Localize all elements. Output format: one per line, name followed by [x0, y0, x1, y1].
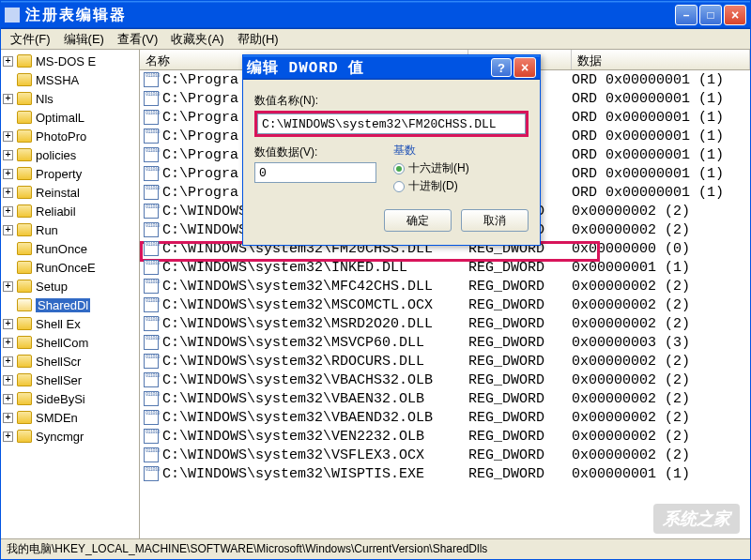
value-name-input[interactable]	[257, 114, 526, 134]
minimize-button[interactable]: –	[675, 5, 697, 25]
tree-item[interactable]: +policies	[1, 145, 139, 164]
row-data: 0x00000003 (3)	[572, 335, 750, 351]
expand-icon[interactable]: +	[3, 281, 13, 292]
row-type: REG_DWORD	[468, 447, 572, 463]
value-data-input[interactable]	[254, 162, 376, 183]
list-row[interactable]: C:\WINDOWS\system32\VSFLEX3.OCXREG_DWORD…	[140, 446, 750, 464]
tree-item[interactable]: RunOnce	[1, 239, 139, 258]
radio-dec[interactable]: 十进制(D)	[393, 178, 469, 194]
reg-value-icon	[144, 110, 159, 125]
folder-icon	[17, 167, 32, 180]
radio-hex[interactable]: 十六进制(H)	[393, 160, 469, 176]
tree-item[interactable]: MSSHA	[1, 70, 139, 89]
tree-item[interactable]: +ShellScr	[1, 352, 139, 371]
folder-icon	[17, 280, 32, 293]
row-name: C:\WINDOWS\system32\MFC42CHS.DLL	[162, 279, 468, 295]
close-button[interactable]: ×	[724, 5, 746, 25]
list-row[interactable]: C:\WINDOWS\system32\MSVCP60.DLLREG_DWORD…	[140, 333, 750, 352]
tree-label: Syncmgr	[36, 430, 84, 444]
expand-icon[interactable]: +	[3, 56, 13, 67]
list-row[interactable]: C:\WINDOWS\system32\INKED.DLLREG_DWORD0x…	[140, 258, 750, 277]
expand-icon[interactable]: +	[3, 319, 13, 329]
list-row[interactable]: C:\WINDOWS\system32\VBACHS32.OLBREG_DWOR…	[140, 371, 750, 389]
menu-help[interactable]: 帮助(H)	[232, 29, 284, 50]
tree-item[interactable]: RunOnceE	[1, 258, 139, 277]
col-data[interactable]: 数据	[572, 50, 750, 69]
tree-item[interactable]: OptimalL	[1, 108, 139, 127]
dialog-titlebar[interactable]: 编辑 DWORD 值 ? ×	[243, 55, 540, 80]
tree-item[interactable]: +ShellSer	[1, 371, 139, 389]
tree-item[interactable]: +SideBySi	[1, 389, 139, 408]
tree-panel[interactable]: +MS-DOS EMSSHA+NlsOptimalL+PhotoPro+poli…	[1, 50, 140, 538]
tree-item[interactable]: +Nls	[1, 89, 139, 108]
base-label: 基数	[393, 143, 469, 159]
list-row[interactable]: C:\WINDOWS\system32\VBAEND32.OLBREG_DWOR…	[140, 408, 750, 427]
row-data: 0x00000002 (2)	[572, 429, 750, 445]
expand-icon[interactable]: +	[3, 225, 13, 235]
tree-item[interactable]: SharedDl	[1, 295, 139, 314]
folder-icon	[17, 430, 32, 443]
row-data: 0x00000002 (2)	[572, 447, 750, 463]
tree-item[interactable]: +Setup	[1, 277, 139, 295]
expand-icon[interactable]: +	[3, 356, 13, 367]
maximize-button[interactable]: □	[699, 5, 722, 25]
tree-item[interactable]: +Property	[1, 164, 139, 183]
tree-item[interactable]: +Reliabil	[1, 202, 139, 220]
expand-icon[interactable]: +	[3, 169, 13, 179]
tree-label: RunOnce	[36, 242, 87, 256]
expand-icon[interactable]: +	[3, 431, 13, 442]
dialog-close-button[interactable]: ×	[513, 57, 536, 78]
reg-value-icon	[144, 72, 159, 87]
tree-item[interactable]: +Reinstal	[1, 183, 139, 202]
tree-item[interactable]: +SMDEn	[1, 408, 139, 427]
folder-icon	[17, 261, 32, 274]
reg-value-icon	[144, 297, 159, 312]
menu-edit[interactable]: 编辑(E)	[58, 29, 110, 50]
expand-icon[interactable]: +	[3, 394, 13, 404]
list-row[interactable]: C:\WINDOWS\system32\RDOCURS.DLLREG_DWORD…	[140, 352, 750, 371]
tree-item[interactable]: +Syncmgr	[1, 427, 139, 446]
cancel-button[interactable]: 取消	[461, 209, 529, 232]
list-row[interactable]: C:\WINDOWS\system32\VBAEN32.OLBREG_DWORD…	[140, 389, 750, 408]
row-data: ORD 0x00000001 (1)	[572, 129, 750, 144]
row-name: C:\WINDOWS\system32\MSVCP60.DLL	[162, 335, 468, 351]
reg-value-icon	[144, 279, 159, 294]
tree-item[interactable]: +ShellCom	[1, 333, 139, 352]
menu-view[interactable]: 查看(V)	[112, 29, 163, 50]
tree-label: PhotoPro	[36, 129, 86, 144]
expand-icon[interactable]: +	[3, 206, 13, 217]
ok-button[interactable]: 确定	[384, 209, 452, 232]
menu-favorites[interactable]: 收藏夹(A)	[165, 29, 229, 50]
list-row[interactable]: C:\WINDOWS\system32\MSCOMCTL.OCXREG_DWOR…	[140, 295, 750, 314]
dialog-help-button[interactable]: ?	[491, 58, 512, 77]
titlebar[interactable]: 注册表编辑器 – □ ×	[1, 1, 750, 29]
tree-item[interactable]: +PhotoPro	[1, 127, 139, 145]
row-data: 0x00000002 (2)	[572, 279, 750, 295]
expand-icon[interactable]: +	[3, 338, 13, 348]
tree-item[interactable]: +Shell Ex	[1, 314, 139, 333]
expand-icon[interactable]: +	[3, 188, 13, 198]
app-icon	[5, 8, 20, 23]
reg-value-icon	[144, 391, 159, 406]
row-type: REG_DWORD	[468, 429, 572, 445]
expand-icon[interactable]: +	[3, 150, 13, 160]
list-row[interactable]: C:\WINDOWS\system32\MFC42CHS.DLLREG_DWOR…	[140, 277, 750, 295]
row-type: REG_DWORD	[468, 354, 572, 370]
expand-icon[interactable]: +	[3, 375, 13, 386]
list-row[interactable]: C:\WINDOWS\system32\VEN2232.OLBREG_DWORD…	[140, 427, 750, 446]
row-data: 0x00000002 (2)	[572, 410, 750, 426]
folder-icon	[17, 129, 32, 143]
row-name: C:\WINDOWS\system32\INKED.DLL	[162, 260, 468, 276]
tree-item[interactable]: +Run	[1, 220, 139, 239]
reg-value-icon	[144, 447, 159, 462]
list-row[interactable]: C:\WINDOWS\system32\MSRD2O20.DLLREG_DWOR…	[140, 314, 750, 333]
row-data: 0x00000002 (2)	[572, 204, 750, 219]
expand-icon[interactable]: +	[3, 131, 13, 142]
menu-file[interactable]: 文件(F)	[5, 29, 56, 50]
tree-item[interactable]: +MS-DOS E	[1, 52, 139, 70]
list-row[interactable]: C:\WINDOWS\system32\WISPTIS.EXEREG_DWORD…	[140, 464, 750, 483]
tree-label: ShellScr	[36, 355, 81, 369]
tree-label: Reliabil	[36, 204, 76, 219]
expand-icon[interactable]: +	[3, 413, 13, 423]
expand-icon[interactable]: +	[3, 94, 13, 104]
